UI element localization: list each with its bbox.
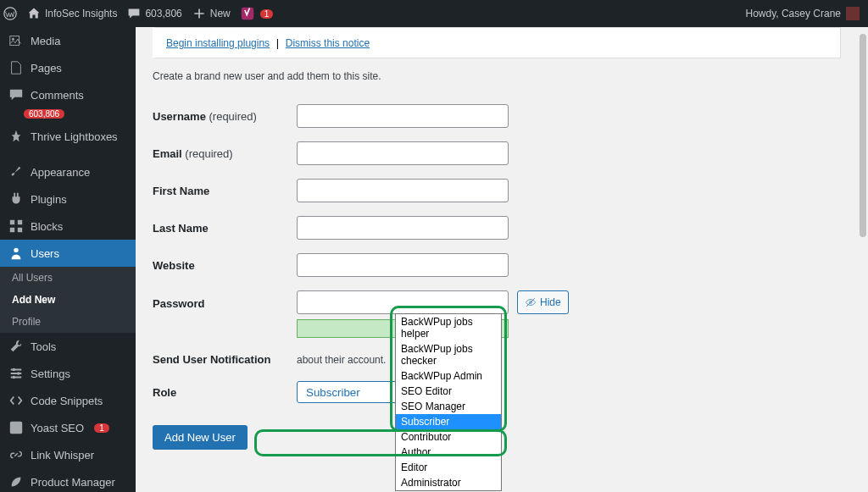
leaf-icon <box>8 474 24 489</box>
brush-icon <box>8 164 24 180</box>
plug-icon <box>8 191 24 207</box>
blocks-icon <box>8 218 24 234</box>
yoast-icon <box>241 7 254 20</box>
begin-installing-link[interactable]: Begin installing plugins <box>166 37 270 49</box>
scrollbar[interactable] <box>860 34 866 237</box>
intro-text: Create a brand new user and add them to … <box>153 70 841 82</box>
notification-label: Send User Notification <box>153 353 270 366</box>
menu-appearance[interactable]: Appearance <box>0 158 136 185</box>
home-icon <box>27 7 41 20</box>
username-label: Username <box>153 110 206 123</box>
role-option[interactable]: BackWPup Admin <box>396 368 501 384</box>
menu-pages[interactable]: Pages <box>0 54 136 81</box>
svg-point-8 <box>14 248 18 252</box>
site-home-link[interactable]: InfoSec Insights <box>27 7 117 20</box>
role-label: Role <box>153 386 176 399</box>
svg-rect-4 <box>10 220 14 224</box>
firstname-label: First Name <box>153 185 209 197</box>
username-input[interactable] <box>297 104 509 128</box>
role-select[interactable]: Subscriber <box>297 381 407 403</box>
submenu-add-new[interactable]: Add New <box>0 289 136 311</box>
svg-point-9 <box>13 368 16 372</box>
adminbar-yoast[interactable]: 1 <box>241 7 274 20</box>
role-option[interactable]: BackWPup jobs checker <box>396 341 501 368</box>
svg-rect-12 <box>10 422 22 434</box>
eye-slash-icon <box>525 296 537 308</box>
adminbar-new[interactable]: New <box>192 7 231 20</box>
site-title: InfoSec Insights <box>45 8 117 19</box>
password-label: Password <box>153 297 204 310</box>
svg-rect-2 <box>10 36 19 46</box>
website-label: Website <box>153 259 195 272</box>
menu-users[interactable]: Users <box>0 240 136 267</box>
avatar <box>846 7 860 20</box>
dismiss-notice-link[interactable]: Dismiss this notice <box>286 37 370 49</box>
comment-icon <box>127 7 141 20</box>
role-option[interactable]: Administrator <box>396 475 501 490</box>
admin-bar: InfoSec Insights 603,806 New 1 Howdy, Ca… <box>0 0 868 27</box>
svg-rect-6 <box>10 228 14 232</box>
comments-count-badge: 603,806 <box>24 109 64 119</box>
svg-point-3 <box>12 38 14 41</box>
role-option-selected[interactable]: Subscriber <box>396 414 501 429</box>
menu-comments[interactable]: Comments <box>0 81 136 108</box>
role-option[interactable]: Editor <box>396 460 501 475</box>
lastname-input[interactable] <box>297 216 509 240</box>
wp-logo[interactable] <box>3 7 17 20</box>
menu-plugins[interactable]: Plugins <box>0 185 136 213</box>
email-label: Email <box>153 147 182 160</box>
code-icon <box>8 393 24 408</box>
yoast-menu-icon <box>8 420 24 435</box>
menu-thrive-lightboxes[interactable]: Thrive Lightboxes <box>0 123 136 150</box>
wrench-icon <box>8 339 24 354</box>
adminbar-account[interactable]: Howdy, Casey Crane <box>746 7 860 20</box>
menu-link-whisper[interactable]: Link Whisper <box>0 441 136 468</box>
role-option[interactable]: SEO Manager <box>396 399 501 414</box>
menu-product-manager[interactable]: Product Manager <box>0 468 136 492</box>
role-option[interactable]: Author <box>396 445 501 460</box>
menu-yoast-seo[interactable]: Yoast SEO1 <box>0 414 136 441</box>
yoast-menu-count: 1 <box>94 423 109 433</box>
media-icon <box>8 33 24 48</box>
notification-text: about their account. <box>297 354 386 366</box>
pages-icon <box>8 60 24 75</box>
plus-icon <box>192 7 206 20</box>
plugin-notice: Begin installing plugins | Dismiss this … <box>153 27 841 58</box>
role-option[interactable]: BackWPup jobs helper <box>396 314 501 341</box>
svg-point-11 <box>13 376 16 379</box>
firstname-input[interactable] <box>297 179 509 202</box>
adminbar-comments[interactable]: 603,806 <box>127 7 181 20</box>
link-icon <box>8 447 24 462</box>
main-content: Begin installing plugins | Dismiss this … <box>136 27 858 492</box>
yoast-badge-count: 1 <box>260 9 274 19</box>
password-input[interactable] <box>297 290 509 314</box>
sliders-icon <box>8 366 24 381</box>
svg-rect-7 <box>18 228 22 232</box>
lastname-label: Last Name <box>153 222 209 235</box>
add-new-user-button[interactable]: Add New User <box>153 425 248 450</box>
submenu-profile[interactable]: Profile <box>0 311 136 333</box>
menu-media[interactable]: Media <box>0 27 136 54</box>
menu-tools[interactable]: Tools <box>0 333 136 360</box>
admin-sidebar: Media Pages Comments 603,806 Thrive Ligh… <box>0 27 136 492</box>
adminbar-new-label: New <box>210 8 231 19</box>
users-icon <box>8 246 24 261</box>
menu-settings[interactable]: Settings <box>0 360 136 387</box>
howdy-text: Howdy, Casey Crane <box>746 8 842 19</box>
email-input[interactable] <box>297 141 509 165</box>
menu-blocks[interactable]: Blocks <box>0 213 136 240</box>
users-submenu: All Users Add New Profile <box>0 267 136 333</box>
pin-icon <box>8 129 24 144</box>
role-dropdown-list: BackWPup jobs helper BackWPup jobs check… <box>395 313 502 491</box>
website-input[interactable] <box>297 253 509 277</box>
svg-rect-5 <box>18 220 22 224</box>
hide-password-button[interactable]: Hide <box>517 290 569 314</box>
svg-point-10 <box>17 372 20 375</box>
submenu-all-users[interactable]: All Users <box>0 267 136 289</box>
comments-icon <box>8 87 24 102</box>
role-option[interactable]: Contributor <box>396 429 501 445</box>
menu-comments-count-row: 603,806 <box>0 107 136 119</box>
adminbar-comments-count: 603,806 <box>145 8 181 19</box>
menu-code-snippets[interactable]: Code Snippets <box>0 387 136 414</box>
role-option[interactable]: SEO Editor <box>396 384 501 399</box>
